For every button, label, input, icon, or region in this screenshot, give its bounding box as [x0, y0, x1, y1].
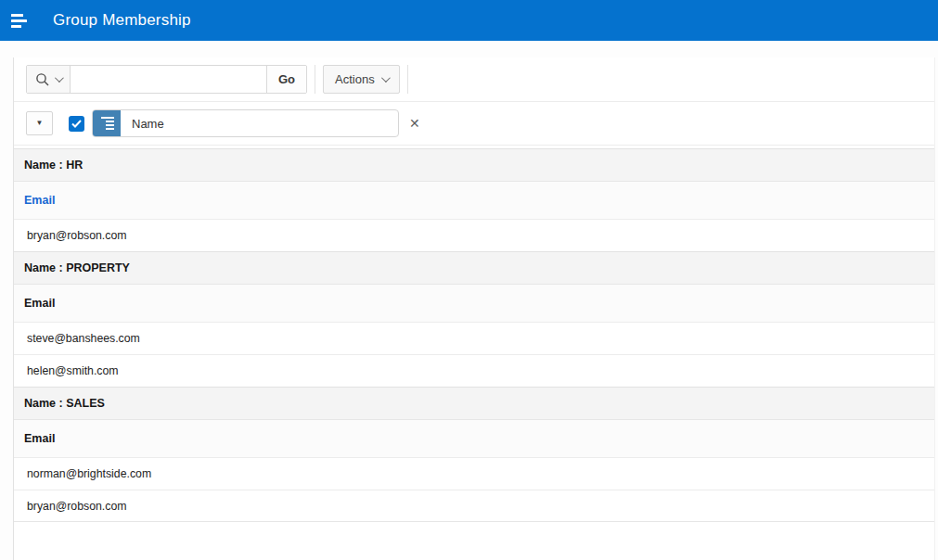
search-bar: Go	[26, 65, 307, 94]
search-input[interactable]	[71, 66, 266, 93]
toolbar-separator	[315, 65, 315, 94]
email-cell: helen@smith.com	[27, 364, 119, 377]
nav-menu-button[interactable]	[11, 6, 39, 34]
app-header: Group Membership	[0, 0, 938, 41]
check-icon	[71, 120, 82, 128]
table-row: bryan@robson.com	[14, 490, 934, 522]
break-toggle-button[interactable]: ▼	[26, 111, 53, 135]
actions-label: Actions	[335, 72, 375, 86]
email-cell: steve@banshees.com	[27, 332, 140, 345]
report-table: Name : HR Email bryan@robson.com Name : …	[14, 146, 934, 522]
group-header-label: Name : SALES	[24, 397, 105, 410]
menu-icon	[11, 14, 28, 28]
search-icon	[35, 72, 50, 87]
group-header-row: Name : HR	[14, 148, 934, 181]
column-header-label: Email	[24, 194, 55, 207]
email-cell: norman@brightside.com	[27, 467, 151, 480]
go-button[interactable]: Go	[266, 66, 306, 93]
search-options-button[interactable]	[27, 66, 71, 93]
table-row: steve@banshees.com	[14, 322, 934, 354]
table-row: helen@smith.com	[14, 354, 934, 387]
control-break-icon	[93, 110, 121, 136]
column-header-email[interactable]: Email	[14, 284, 934, 322]
page-title: Group Membership	[53, 11, 191, 30]
control-break-label: Name	[121, 110, 164, 136]
actions-button[interactable]: Actions	[323, 65, 400, 94]
chevron-down-icon	[55, 73, 64, 83]
interactive-report-region: Go Actions ▼ Name ✕ Name : HR	[13, 57, 935, 560]
group-header-label: Name : PROPERTY	[24, 261, 130, 274]
break-enabled-checkbox[interactable]	[69, 116, 84, 132]
email-cell: bryan@robson.com	[27, 229, 127, 242]
group-header-row: Name : PROPERTY	[14, 251, 934, 284]
group-header-label: Name : HR	[24, 159, 83, 172]
control-break-pill[interactable]: Name	[92, 109, 399, 137]
search-toolbar: Go Actions	[14, 57, 934, 102]
triangle-down-icon: ▼	[36, 120, 44, 127]
column-header-label: Email	[24, 432, 55, 445]
table-row: bryan@robson.com	[14, 219, 934, 251]
chevron-down-icon	[381, 73, 391, 83]
column-header-email[interactable]: Email	[14, 419, 934, 457]
control-break-bar: ▼ Name ✕	[14, 102, 934, 146]
column-header-label: Email	[24, 297, 55, 310]
table-row: norman@brightside.com	[14, 457, 934, 490]
group-header-row: Name : SALES	[14, 387, 934, 419]
toolbar-separator	[407, 65, 408, 94]
column-header-email[interactable]: Email	[14, 181, 934, 219]
remove-break-button[interactable]: ✕	[409, 116, 420, 131]
email-cell: bryan@robson.com	[27, 500, 127, 513]
